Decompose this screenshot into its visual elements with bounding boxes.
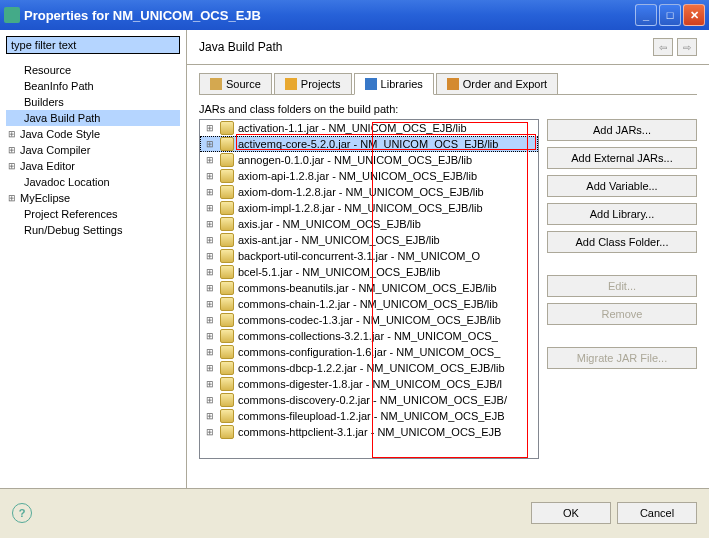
tree-item-label: Project References — [24, 208, 118, 220]
tree-item[interactable]: ⊞Java Editor — [6, 158, 180, 174]
edit-button[interactable]: Edit... — [547, 275, 697, 297]
remove-button[interactable]: Remove — [547, 303, 697, 325]
list-item[interactable]: ⊞commons-chain-1.2.jar - NM_UNICOM_OCS_E… — [200, 296, 538, 312]
list-item[interactable]: ⊞axis-ant.jar - NM_UNICOM_OCS_EJB/lib — [200, 232, 538, 248]
jar-label: commons-chain-1.2.jar - NM_UNICOM_OCS_EJ… — [238, 298, 498, 310]
expand-icon[interactable]: ⊞ — [204, 347, 216, 357]
list-item[interactable]: ⊞commons-httpclient-3.1.jar - NM_UNICOM_… — [200, 424, 538, 440]
expand-icon[interactable]: ⊞ — [204, 315, 216, 325]
expand-icon[interactable]: ⊞ — [204, 139, 216, 149]
expand-icon[interactable]: ⊞ — [6, 161, 18, 171]
tree-item[interactable]: Java Build Path — [6, 110, 180, 126]
expand-icon[interactable]: ⊞ — [204, 219, 216, 229]
expand-icon[interactable]: ⊞ — [204, 187, 216, 197]
tree-item[interactable]: Project References — [6, 206, 180, 222]
expand-icon[interactable]: ⊞ — [204, 251, 216, 261]
list-item[interactable]: ⊞commons-beanutils.jar - NM_UNICOM_OCS_E… — [200, 280, 538, 296]
list-item[interactable]: ⊞activemq-core-5.2.0.jar - NM_UNICOM_OCS… — [200, 136, 538, 152]
list-item[interactable]: ⊞commons-fileupload-1.2.jar - NM_UNICOM_… — [200, 408, 538, 424]
expand-icon[interactable]: ⊞ — [204, 331, 216, 341]
jar-label: commons-fileupload-1.2.jar - NM_UNICOM_O… — [238, 410, 505, 422]
tree-item[interactable]: BeanInfo Path — [6, 78, 180, 94]
jar-icon — [220, 377, 234, 391]
tree-item-label: Java Code Style — [20, 128, 100, 140]
tree-item[interactable]: ⊞MyEclipse — [6, 190, 180, 206]
add-variable-button[interactable]: Add Variable... — [547, 175, 697, 197]
expand-icon[interactable]: ⊞ — [204, 395, 216, 405]
migrate-jar-button[interactable]: Migrate JAR File... — [547, 347, 697, 369]
jar-label: axiom-impl-1.2.8.jar - NM_UNICOM_OCS_EJB… — [238, 202, 483, 214]
expand-icon[interactable]: ⊞ — [204, 283, 216, 293]
jar-icon — [220, 169, 234, 183]
list-item[interactable]: ⊞activation-1.1.jar - NM_UNICOM_OCS_EJB/… — [200, 120, 538, 136]
jar-label: commons-beanutils.jar - NM_UNICOM_OCS_EJ… — [238, 282, 497, 294]
expand-icon[interactable]: ⊞ — [6, 145, 18, 155]
jar-icon — [220, 425, 234, 439]
tab-source[interactable]: Source — [199, 73, 272, 94]
cancel-button[interactable]: Cancel — [617, 502, 697, 524]
list-item[interactable]: ⊞axiom-dom-1.2.8.jar - NM_UNICOM_OCS_EJB… — [200, 184, 538, 200]
expand-icon[interactable]: ⊞ — [6, 193, 18, 203]
tree-item-label: Java Build Path — [24, 112, 100, 124]
list-item[interactable]: ⊞backport-util-concurrent-3.1.jar - NM_U… — [200, 248, 538, 264]
add-jars-button[interactable]: Add JARs... — [547, 119, 697, 141]
close-button[interactable]: ✕ — [683, 4, 705, 26]
tree-item[interactable]: Javadoc Location — [6, 174, 180, 190]
list-item[interactable]: ⊞commons-dbcp-1.2.2.jar - NM_UNICOM_OCS_… — [200, 360, 538, 376]
expand-icon[interactable]: ⊞ — [204, 363, 216, 373]
add-library-button[interactable]: Add Library... — [547, 203, 697, 225]
list-item[interactable]: ⊞bcel-5.1.jar - NM_UNICOM_OCS_EJB/lib — [200, 264, 538, 280]
expand-icon[interactable]: ⊞ — [204, 171, 216, 181]
minimize-button[interactable]: _ — [635, 4, 657, 26]
tree-item[interactable]: ⊞Java Code Style — [6, 126, 180, 142]
list-item[interactable]: ⊞axis.jar - NM_UNICOM_OCS_EJB/lib — [200, 216, 538, 232]
expand-icon[interactable]: ⊞ — [204, 203, 216, 213]
expand-icon[interactable]: ⊞ — [204, 235, 216, 245]
filter-input[interactable] — [6, 36, 180, 54]
jar-label: axis-ant.jar - NM_UNICOM_OCS_EJB/lib — [238, 234, 440, 246]
back-button[interactable]: ⇦ — [653, 38, 673, 56]
list-item[interactable]: ⊞commons-discovery-0.2.jar - NM_UNICOM_O… — [200, 392, 538, 408]
list-item[interactable]: ⊞commons-collections-3.2.1.jar - NM_UNIC… — [200, 328, 538, 344]
tab-order[interactable]: Order and Export — [436, 73, 558, 94]
expand-icon[interactable]: ⊞ — [6, 129, 18, 139]
jar-icon — [220, 265, 234, 279]
jar-list[interactable]: ⊞activation-1.1.jar - NM_UNICOM_OCS_EJB/… — [199, 119, 539, 459]
help-icon[interactable]: ? — [12, 503, 32, 523]
expand-icon[interactable]: ⊞ — [204, 155, 216, 165]
tree-item-label: MyEclipse — [20, 192, 70, 204]
jar-icon — [220, 409, 234, 423]
jar-label: bcel-5.1.jar - NM_UNICOM_OCS_EJB/lib — [238, 266, 440, 278]
projects-icon — [285, 78, 297, 90]
expand-icon[interactable]: ⊞ — [204, 299, 216, 309]
list-item[interactable]: ⊞axiom-impl-1.2.8.jar - NM_UNICOM_OCS_EJ… — [200, 200, 538, 216]
list-item[interactable]: ⊞annogen-0.1.0.jar - NM_UNICOM_OCS_EJB/l… — [200, 152, 538, 168]
jar-icon — [220, 233, 234, 247]
tabs: Source Projects Libraries Order and Expo… — [199, 73, 697, 95]
navigation-panel: ResourceBeanInfo PathBuildersJava Build … — [0, 30, 187, 488]
tree-item[interactable]: Builders — [6, 94, 180, 110]
expand-icon[interactable]: ⊞ — [204, 123, 216, 133]
expand-icon[interactable]: ⊞ — [204, 427, 216, 437]
list-item[interactable]: ⊞commons-codec-1.3.jar - NM_UNICOM_OCS_E… — [200, 312, 538, 328]
expand-icon[interactable]: ⊞ — [204, 411, 216, 421]
forward-button[interactable]: ⇨ — [677, 38, 697, 56]
ok-button[interactable]: OK — [531, 502, 611, 524]
jar-icon — [220, 121, 234, 135]
tab-libraries[interactable]: Libraries — [354, 73, 434, 95]
add-external-jars-button[interactable]: Add External JARs... — [547, 147, 697, 169]
maximize-button[interactable]: □ — [659, 4, 681, 26]
tree-item-label: Java Editor — [20, 160, 75, 172]
add-class-folder-button[interactable]: Add Class Folder... — [547, 231, 697, 253]
jar-icon — [220, 393, 234, 407]
expand-icon[interactable]: ⊞ — [204, 267, 216, 277]
tree-item[interactable]: Run/Debug Settings — [6, 222, 180, 238]
tree-item[interactable]: Resource — [6, 62, 180, 78]
tree-item[interactable]: ⊞Java Compiler — [6, 142, 180, 158]
list-item[interactable]: ⊞commons-digester-1.8.jar - NM_UNICOM_OC… — [200, 376, 538, 392]
tab-projects[interactable]: Projects — [274, 73, 352, 94]
expand-icon[interactable]: ⊞ — [204, 379, 216, 389]
list-item[interactable]: ⊞axiom-api-1.2.8.jar - NM_UNICOM_OCS_EJB… — [200, 168, 538, 184]
list-item[interactable]: ⊞commons-configuration-1.6.jar - NM_UNIC… — [200, 344, 538, 360]
tree-item-label: Javadoc Location — [24, 176, 110, 188]
